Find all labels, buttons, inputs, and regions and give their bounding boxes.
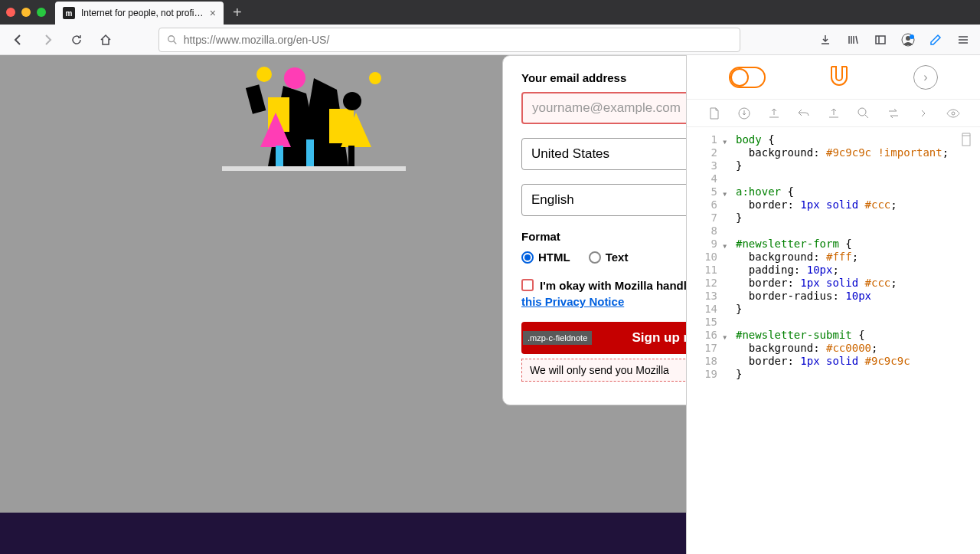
url-text: https://www.mozilla.org/en-US/ [184,34,330,46]
radio-label: Text [606,251,629,264]
minimize-window-button[interactable] [21,8,31,17]
forward-button[interactable] [37,29,58,51]
eye-icon[interactable] [946,106,961,121]
line-number: 1▼ [687,133,717,146]
style-editor-panel: › 1▼ 2 3 4 5▼ 6 7 8 9▼ 1 [686,55,980,554]
svg-point-0 [168,35,174,41]
svg-rect-14 [276,146,283,166]
search-icon[interactable] [856,106,871,121]
profile-icon[interactable] [899,31,917,49]
browser-tab[interactable]: m Internet for people, not profit — × [55,2,224,25]
line-number: 7 [687,211,717,225]
page-footer [0,513,686,554]
reload-button[interactable] [66,29,87,51]
address-bar[interactable]: https://www.mozilla.org/en-US/ [158,28,740,52]
chevron-right-icon[interactable] [916,106,931,121]
country-value: United States [531,146,609,162]
line-number: 11 [687,264,717,277]
edit-icon[interactable] [926,31,945,49]
search-icon [167,34,178,45]
line-number: 13 [687,290,717,303]
format-text-radio[interactable]: Text [589,251,629,264]
code-body[interactable]: body { background: #9c9c9c !important; }… [720,133,949,381]
close-tab-icon[interactable]: × [210,7,216,19]
svg-point-18 [952,112,955,115]
live-preview-toggle[interactable] [729,67,766,88]
hero-illustration [222,55,406,174]
upload-icon[interactable] [766,106,782,121]
svg-rect-19 [962,136,970,146]
line-number: 6 [687,198,717,211]
line-number: 17 [687,342,717,355]
downloads-icon[interactable] [816,31,835,49]
window-controls [6,8,46,17]
privacy-notice-link[interactable]: this Privacy Notice [521,295,624,308]
line-number: 14 [687,303,717,316]
checkbox-unchecked-icon [521,279,534,291]
svg-point-11 [256,67,272,82]
close-window-button[interactable] [6,8,15,17]
line-number: 10 [687,251,717,264]
svg-rect-15 [348,146,354,166]
undo-icon[interactable] [796,106,812,121]
radio-checked-icon [521,251,534,264]
menu-icon[interactable] [954,31,972,49]
line-number: 5▼ [687,185,717,198]
download-icon[interactable] [737,106,752,121]
swap-icon[interactable] [886,106,901,121]
back-button[interactable] [8,29,29,51]
line-number: 16▼ [687,329,717,342]
tab-strip: m Internet for people, not profit — × + [0,0,980,25]
svg-point-9 [343,92,361,110]
sidebar-icon[interactable] [871,31,890,49]
line-number: 3 [687,159,717,172]
new-file-icon[interactable] [707,106,722,121]
line-number: 12 [687,277,717,290]
svg-point-6 [284,67,305,89]
line-gutter: 1▼ 2 3 4 5▼ 6 7 8 9▼ 10 11 12 13 14 15 1… [687,133,720,381]
line-number: 19 [687,368,717,381]
svg-rect-13 [306,139,314,166]
share-icon[interactable] [826,106,841,121]
browser-toolbar: https://www.mozilla.org/en-US/ [0,25,980,55]
library-icon[interactable] [844,31,862,49]
svg-rect-10 [246,84,266,113]
maximize-window-button[interactable] [37,8,46,17]
line-number: 15 [687,316,717,329]
format-html-radio[interactable]: HTML [521,251,570,264]
magnet-icon[interactable] [825,64,853,91]
expand-panel-button[interactable]: › [913,65,938,90]
svg-point-12 [369,72,381,84]
new-tab-button[interactable]: + [233,4,242,21]
favicon: m [63,7,75,19]
inspector-badge: .mzp-c-fieldnote [523,331,592,345]
tab-title: Internet for people, not profit — [81,8,204,18]
css-editor[interactable]: 1▼ 2 3 4 5▼ 6 7 8 9▼ 10 11 12 13 14 15 1… [687,127,980,381]
line-number: 4 [687,172,717,185]
line-number: 18 [687,355,717,368]
line-number: 2 [687,146,717,159]
svg-rect-5 [222,166,406,171]
radio-label: HTML [538,251,570,264]
consent-label: I'm okay with Mozilla handling [540,279,704,292]
language-value: English [531,192,574,208]
line-number: 8 [687,225,717,238]
copy-icon[interactable] [959,132,972,150]
svg-point-4 [910,34,914,39]
line-number: 9▼ [687,238,717,251]
home-button[interactable] [95,29,116,51]
svg-point-17 [858,108,866,116]
radio-unchecked-icon [589,251,601,264]
svg-rect-1 [876,36,885,44]
page-content: Your email address United States English… [0,55,980,554]
